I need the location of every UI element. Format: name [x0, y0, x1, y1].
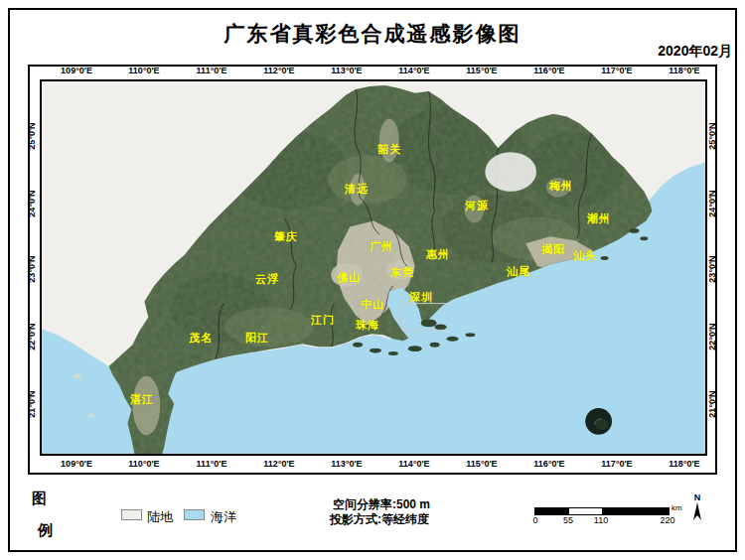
legend-swatch-land [121, 509, 142, 520]
lat-label-right: 22°0'N [707, 323, 717, 350]
lat-label-left: 25°0'N [27, 122, 37, 149]
city-label-jiangmen: 江门 [311, 313, 335, 328]
city-label-yunfu: 云浮 [255, 272, 279, 287]
city-label-shenzhen: 深圳 [409, 290, 433, 305]
city-label-yangjiang: 阳江 [245, 331, 269, 346]
lon-label-bottom: 112°0'E [263, 459, 294, 469]
lon-label-bottom: 117°0'E [601, 459, 632, 469]
lon-label-top: 109°0'E [61, 66, 92, 75]
scale-bar [534, 507, 670, 515]
lon-label-bottom: 109°0'E [61, 459, 92, 469]
lon-label-top: 114°0'E [398, 66, 429, 75]
lat-label-right: 23°0'N [707, 255, 717, 282]
city-label-zhongshan: 中山 [361, 297, 384, 312]
legend-swatch-ocean [184, 509, 205, 520]
lon-label-top: 112°0'E [263, 66, 294, 75]
lat-label-right: 24°0'N [707, 190, 717, 216]
lon-label-top: 111°0'E [197, 66, 227, 75]
city-label-foshan: 佛山 [337, 270, 361, 285]
lat-label-right: 25°0'N [707, 122, 717, 149]
map-sheet: 广东省真彩色合成遥感影像图 2020年02月 109°0'E 110°0'E 1… [0, 0, 745, 560]
lat-label-left: 23°0'N [27, 255, 37, 282]
map-date: 2020年02月 [658, 43, 732, 61]
city-label-guangzhou: 广州 [370, 239, 393, 254]
lon-label-bottom: 110°0'E [128, 459, 159, 469]
satellite-map-canvas: 韶关 清远 梅州 河源 潮州 肇庆 广州 惠州 揭阳 汕头 云浮 佛山 东莞 汕… [40, 79, 707, 456]
scale-tick-220: 220 [660, 515, 674, 525]
city-label-shantou: 汕头 [573, 248, 597, 263]
city-label-meizhou: 梅州 [549, 179, 573, 194]
legend-label-ocean: 海洋 [211, 508, 236, 526]
lon-label-bottom: 115°0'E [466, 459, 497, 469]
lon-label-bottom: 113°0'E [331, 459, 362, 469]
lon-label-top: 118°0'E [669, 66, 699, 75]
city-label-zhanjiang: 湛江 [130, 392, 154, 407]
city-label-zhaoqing: 肇庆 [274, 229, 298, 244]
city-label-maoming: 茂名 [189, 331, 213, 346]
lon-label-top: 110°0'E [128, 66, 159, 75]
city-label-shanwei: 汕尾 [507, 264, 530, 279]
city-label-zhuhai: 珠海 [356, 318, 379, 333]
legend-title-char1: 图 [32, 490, 47, 508]
lat-label-left: 24°0'N [27, 190, 37, 216]
lon-label-top: 116°0'E [533, 66, 564, 75]
lon-label-bottom: 116°0'E [533, 459, 564, 469]
scale-unit-label: km [671, 503, 682, 512]
lon-label-top: 117°0'E [601, 66, 632, 75]
city-label-jieyang: 揭阳 [541, 242, 565, 257]
lon-label-top: 113°0'E [331, 66, 362, 75]
lon-label-top: 115°0'E [466, 66, 497, 75]
city-label-huizhou: 惠州 [426, 247, 450, 262]
scale-tick-55: 55 [563, 515, 573, 525]
north-arrow: N [687, 493, 707, 527]
city-label-dongguan: 东莞 [390, 265, 414, 280]
north-arrow-icon [687, 501, 707, 523]
lon-label-bottom: 111°0'E [197, 459, 227, 469]
scale-tick-0: 0 [532, 515, 537, 525]
page-title: 广东省真彩色合成遥感影像图 [0, 20, 745, 48]
lat-label-right: 21°0'N [707, 390, 717, 417]
legend-label-land: 陆地 [147, 508, 173, 526]
lat-label-left: 21°0'N [27, 390, 37, 417]
projection-info: 投影方式:等经纬度 [330, 511, 429, 528]
city-label-chaozhou: 潮州 [587, 211, 611, 226]
city-label-shaoguan: 韶关 [377, 142, 401, 157]
scale-tick-110: 110 [594, 515, 608, 525]
legend-title-char2: 例 [38, 521, 53, 540]
dark-circle-feature [585, 408, 612, 435]
city-label-qingyuan: 清远 [345, 182, 369, 197]
city-label-heyuan: 河源 [465, 199, 489, 213]
lat-label-left: 22°0'N [27, 323, 37, 350]
lon-label-bottom: 114°0'E [398, 459, 429, 469]
north-label: N [687, 493, 707, 501]
lon-label-bottom: 118°0'E [669, 459, 699, 469]
